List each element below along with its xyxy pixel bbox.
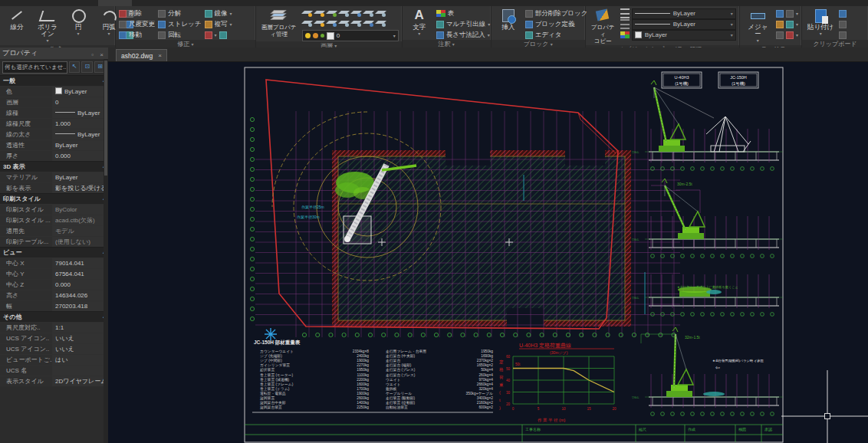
panel-label-layers[interactable]: 画層 ▾ [256,41,402,48]
object-color-dropdown[interactable]: ByLayer▾ [632,30,736,41]
panel-label-modify[interactable]: 修正 ▾ [116,40,255,48]
selection-dropdown[interactable]: 何も選択されていませ.. [2,61,67,74]
property-row[interactable]: 透過性ByLayer [0,139,108,150]
lineweight-dropdown[interactable]: ByLayer▾ [632,19,736,30]
section-header[interactable]: 一般▴ [0,75,108,86]
stretch-button[interactable]: ストレッチ [158,19,202,29]
layer-tool-icon[interactable] [351,9,361,17]
mirror-button[interactable]: 鏡像▾ [205,8,232,18]
property-row[interactable]: 適用先モデル [0,225,108,236]
partial-delete-block-button[interactable]: 部分削除ブロック [525,8,588,18]
property-row[interactable]: 印刷スタイルByColor [0,204,108,215]
panel-label-clipboard[interactable]: クリップボード [802,40,868,48]
layer-tool-icon[interactable] [363,19,373,27]
copy-icon [205,21,212,28]
match-properties-button[interactable]: プロパティコピー [589,8,617,45]
layer-dropdown[interactable]: 0 ▾ [302,30,399,41]
linear-dimension-button[interactable]: 長さ寸法記入▾ [436,30,491,40]
line-button[interactable]: 線分 [3,8,31,31]
chart-title: U-40H3 定格荷重曲線 [519,343,571,349]
property-row[interactable]: 印刷テーブル...(使用しない) [0,236,108,247]
fillet-button[interactable]: ▾ [205,30,232,40]
layer-tool-icon[interactable] [339,19,349,27]
svg-text:旋回装置: 旋回装置 [260,396,275,401]
property-row[interactable]: UCS アイコン..いいえ [0,333,108,343]
id-point-icon[interactable] [786,21,794,28]
line-icon [9,8,25,22]
select-icon[interactable] [786,31,794,39]
section-header[interactable]: 印刷スタイル▴ [0,193,108,204]
active-ribbon-tab[interactable] [98,0,132,6]
measure-button[interactable]: メジャー▾ [743,8,773,45]
property-row[interactable]: 中心 Z0.000 [0,279,108,290]
property-row[interactable]: マテリアルByLayer [0,172,108,182]
select-objects-icon[interactable]: ⊡ [81,61,93,73]
property-row[interactable]: ビューポートご..はい [0,354,108,365]
file-tab-close-icon[interactable]: × [158,51,162,61]
model-space-canvas[interactable]: 作業半径25m 作業半径30m ▽G.L▽G.L▽G.L▽G.L U-40H3 … [108,61,868,443]
block-editor-button[interactable]: エディタ [525,30,588,40]
rotate-button[interactable]: 回転 [158,30,202,40]
layer-tool-icon[interactable] [327,9,337,17]
section-header[interactable]: ビュー▴ [0,247,108,258]
panel-label-block[interactable]: ブロック ▾ [492,40,585,48]
copy-clip-icon[interactable] [839,10,847,18]
layer-tool-icon[interactable] [351,19,361,27]
property-row[interactable]: 印刷スタイル ...acad.ctb(欠落) [0,215,108,225]
property-row[interactable]: 厚さ0.000 [0,150,108,161]
property-row[interactable]: 影を表示影を投じる/受ける [0,182,108,193]
section-header[interactable]: 3D 表示▴ [0,161,108,172]
cut-icon[interactable] [839,21,847,28]
table-button[interactable]: 表 [436,8,491,18]
property-row[interactable]: UCS 名 [0,365,108,376]
property-row[interactable]: 線種ByLayer [0,107,108,118]
property-row[interactable]: 幅270203.418 [0,300,108,311]
block-define-button[interactable]: ブロック定義 [525,19,588,29]
circle-button[interactable]: 円▾ [64,8,92,38]
property-row[interactable]: 表示スタイル2Dワイヤフレーム [0,376,108,386]
property-row[interactable]: 高さ146344.026 [0,290,108,300]
layer-tool-icon[interactable] [302,19,312,27]
layer-tool-icon[interactable] [376,9,386,17]
pickadd-icon[interactable]: ↖ [69,61,81,73]
panel-label-annotation[interactable]: 注釈 ▾ [403,40,491,48]
property-row[interactable]: 中心 Y67564.041 [0,268,108,279]
property-row[interactable]: 異尺度対応..1:1 [0,322,108,333]
property-row[interactable]: 線の太さByLayer [0,129,108,139]
layer-tool-icon[interactable] [363,9,373,17]
layer-tool-icon[interactable] [302,9,312,17]
layer-tools-grid[interactable] [302,8,399,28]
palette-title[interactable]: プロパティ▫ × [0,48,108,59]
layer-tool-icon[interactable] [314,9,324,17]
layer-tool-icon[interactable] [339,9,349,17]
polyline-button[interactable]: ポリライン▾ [34,8,61,45]
section-header[interactable]: その他▴ [0,311,108,322]
corner-icon[interactable] [776,31,784,39]
paste-special-icon[interactable] [786,10,794,18]
quick-select-icon[interactable] [776,10,784,18]
erase-button[interactable]: 削除 [119,8,155,18]
svg-text:1900kg: 1900kg [357,359,369,363]
property-row[interactable]: 画層0 [0,97,108,107]
linetype-dropdown[interactable]: ByLayer▾ [632,8,736,19]
radius-label-1: 作業半径25m [301,205,324,209]
move-button[interactable]: 移動 [119,30,155,40]
property-row[interactable]: 中心 X79014.041 [0,258,108,268]
copy-button[interactable]: 複写▾ [205,19,232,29]
insert-button[interactable]: 挿入 [495,8,522,31]
scale-button[interactable]: 尺度変更 [119,19,155,29]
layer-tool-icon[interactable] [327,19,337,27]
paste-button[interactable]: 貼り付け▾ [805,8,836,38]
layer-tool-icon[interactable] [314,19,324,27]
file-tab-ash02[interactable]: ash02.dwg × [116,49,167,61]
property-row[interactable]: 線種尺度1.000 [0,118,108,129]
calculator-icon[interactable] [776,21,784,28]
layer-tool-icon[interactable] [376,19,386,27]
property-row[interactable]: 色ByLayer [0,86,108,97]
multileader-button[interactable]: マルチ引出線▾ [436,19,491,29]
explode-button[interactable]: 分解 [158,8,202,18]
layer-properties-button[interactable]: 画層プロパティ管理 [259,8,299,38]
text-button[interactable]: A文字▾ [406,8,433,38]
property-row[interactable]: UCS アイコン..いいえ [0,343,108,354]
copy-base-icon[interactable] [839,31,847,39]
